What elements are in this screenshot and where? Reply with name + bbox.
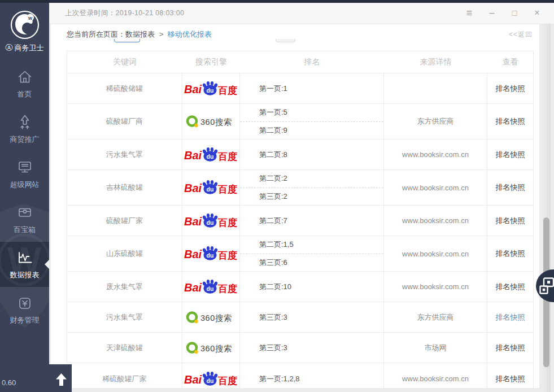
table-row: 天津硫酸罐 360搜索 第三页:3 市场网 排名快照	[67, 333, 533, 363]
keyword-cell: 稀硫酸储罐	[67, 73, 182, 103]
rank-value: 第一页:1,2,8	[240, 363, 383, 388]
sidebar-item-finance[interactable]: 财务管理	[0, 287, 49, 332]
source-cell: 市场网	[384, 333, 487, 363]
source-cell: www.booksir.com.cn	[384, 272, 487, 302]
svg-text:百度: 百度	[217, 151, 237, 162]
table-row: 污水集气罩 360搜索 第三页:3 东方供应商 排名快照	[67, 302, 533, 333]
scroll-top-button[interactable]	[56, 373, 67, 388]
maximize-button[interactable]: □	[503, 6, 526, 20]
sidebar-item-home[interactable]: 首页	[0, 61, 49, 106]
table-row: 山东硫酸罐 Bai du 百度 第二页:1,5第三页:6 www.booksir…	[67, 236, 533, 272]
rank-cell: 第一页:1,2,8	[240, 363, 384, 388]
keyword-cell: 硫酸罐厂家	[67, 206, 182, 236]
baidu-paw-logo: Bai du 百度	[184, 212, 239, 229]
scrollbar-track[interactable]	[542, 24, 551, 392]
window-top-strip	[0, 0, 554, 3]
view-snapshot-link[interactable]: 排名快照	[487, 236, 533, 271]
table-row: 稀硫酸储罐 Bai du 百度 第一页:1 排名快照	[67, 73, 533, 104]
keyword-cell: 硫酸罐厂商	[67, 104, 182, 139]
minimize-button[interactable]: –	[481, 6, 503, 20]
tab-stub-active[interactable]	[114, 39, 140, 42]
svg-text:百度: 百度	[217, 375, 237, 386]
breadcrumb-prefix: 您当前所在页面：数据报表	[67, 30, 155, 38]
search-engine-cell: 360搜索	[182, 104, 240, 139]
keyword-cell: 稀硫酸罐厂家	[67, 363, 182, 388]
view-snapshot-link[interactable]: 排名快照	[487, 73, 533, 103]
view-snapshot-link[interactable]: 排名快照	[487, 206, 533, 236]
website-monitor-icon	[16, 159, 33, 176]
rank-cell: 第二页:8	[240, 140, 384, 169]
rank-cell: 第一页:5第二页:9	[240, 104, 384, 139]
table-header-view: 查看	[487, 51, 533, 73]
source-cell: 东方供应商	[384, 104, 487, 139]
svg-text:360搜索: 360搜索	[200, 117, 232, 127]
svg-text:百度: 百度	[217, 184, 237, 195]
tab-stub-inactive[interactable]	[276, 39, 295, 42]
last-login-text: 上次登录时间：2019-10-21 08:03:00	[65, 8, 184, 18]
keyword-cell: 山东硫酸罐	[67, 236, 182, 271]
rank-value: 第三页:3	[240, 302, 383, 332]
rank-value: 第一页:5	[240, 104, 383, 122]
sidebar-item-label: 百宝箱	[14, 225, 36, 235]
table-row: 硫酸罐厂商 360搜索 第一页:5第二页:9 东方供应商 排名快照	[67, 104, 533, 140]
up-arrow-icon	[56, 373, 67, 386]
rank-value: 第二页:2	[240, 170, 383, 188]
svg-text:du: du	[206, 285, 213, 291]
keyword-cell: 废水集气罩	[67, 272, 182, 302]
svg-text:Bai: Bai	[184, 83, 202, 95]
report-chart-icon	[16, 249, 33, 266]
table-header-source: 来源详情	[384, 51, 487, 73]
view-snapshot-link[interactable]: 排名快照	[487, 272, 533, 302]
svg-text:Bai: Bai	[184, 373, 202, 386]
svg-text:Bai: Bai	[184, 281, 202, 294]
breadcrumb-current-link[interactable]: 移动优化报表	[168, 30, 212, 38]
app-badge-icon: Ⓐ	[6, 43, 13, 53]
view-snapshot-link[interactable]: 排名快照	[487, 140, 533, 169]
search-engine-cell: Bai du 百度	[182, 363, 240, 388]
search-engine-cell: Bai du 百度	[182, 236, 240, 271]
svg-text:百度: 百度	[217, 250, 237, 261]
source-cell: www.booksir.com.cn	[384, 236, 487, 271]
rank-value: 第一页:1	[240, 73, 383, 103]
source-cell: 东方供应商	[384, 302, 487, 332]
svg-text:Bai: Bai	[184, 215, 202, 228]
rank-table: 关键词 搜索引擎 排名 来源详情 查看 稀硫酸储罐 Bai du 百度 第一页:…	[67, 51, 534, 388]
baidu-paw-logo: Bai du 百度	[184, 278, 239, 295]
search-engine-cell: Bai du 百度	[182, 206, 240, 236]
view-snapshot-link[interactable]: 排名快照	[487, 170, 533, 205]
sidebar-item-promotion[interactable]: 商贸推广	[0, 106, 49, 151]
sidebar-item-website[interactable]: 超级网站	[0, 151, 49, 197]
table-header-row: 关键词 搜索引擎 排名 来源详情 查看	[67, 51, 533, 73]
svg-text:w: w	[27, 15, 32, 21]
rank-cell: 第二页:2第三页:2	[240, 170, 384, 205]
keyword-cell: 天津硫酸罐	[67, 333, 182, 363]
rank-cell: 第一页:1	[240, 73, 384, 103]
hamburger-menu-icon[interactable]: ≡	[458, 6, 481, 20]
baidu-paw-logo: Bai du 百度	[184, 80, 239, 97]
table-row: 硫酸罐厂家 Bai du 百度 第二页:7 www.booksir.com.cn…	[67, 206, 533, 236]
sidebar-item-label: 超级网站	[10, 180, 40, 190]
svg-text:Bai: Bai	[184, 248, 202, 260]
app-logo-icon: w	[10, 10, 40, 40]
sidebar-item-toolbox[interactable]: 百宝箱	[0, 197, 49, 242]
app-logo: w	[10, 10, 40, 40]
table-row: 吉林硫酸罐 Bai du 百度 第二页:2第三页:2 www.booksir.c…	[67, 170, 533, 206]
close-button[interactable]: ×	[526, 6, 548, 20]
source-cell	[384, 73, 487, 103]
sidebar-item-reports[interactable]: 数据报表	[0, 242, 49, 287]
rank-cell: 第二页:10	[240, 272, 384, 302]
keyword-cell: 污水集气罩	[67, 140, 182, 169]
view-snapshot-link[interactable]: 排名快照	[487, 363, 533, 388]
baidu-paw-logo: Bai du 百度	[184, 371, 239, 387]
sidebar-item-label: 首页	[18, 89, 32, 99]
back-link[interactable]: <<返回	[509, 30, 533, 40]
search-engine-cell: Bai du 百度	[182, 272, 240, 302]
view-snapshot-link[interactable]: 排名快照	[487, 333, 533, 363]
source-cell: www.booksir.com.cn	[384, 363, 487, 388]
search-engine-cell: Bai du 百度	[182, 140, 240, 169]
view-snapshot-link[interactable]: 排名快照	[487, 302, 533, 332]
sidebar: w Ⓐ 商务卫士 首页 商贸推广	[0, 3, 49, 392]
rank-cell: 第二页:7	[240, 206, 384, 236]
view-snapshot-link[interactable]: 排名快照	[487, 104, 533, 139]
sidebar-item-label: 数据报表	[10, 270, 40, 280]
